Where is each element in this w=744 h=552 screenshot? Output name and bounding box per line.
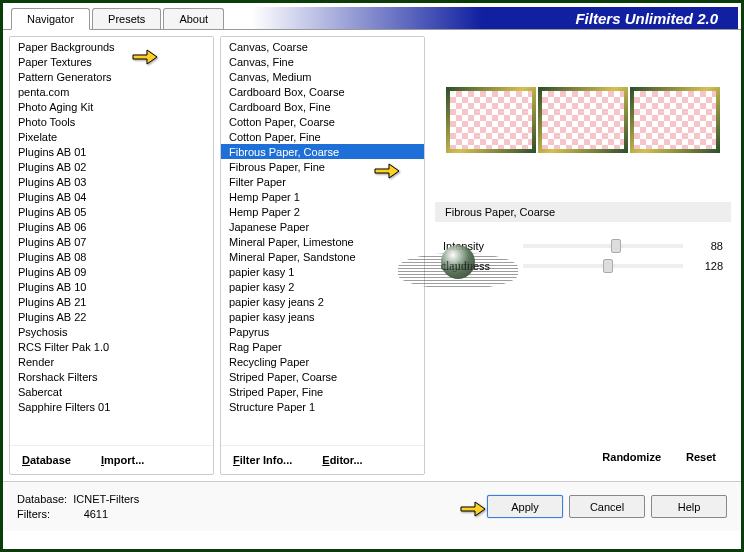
list-item[interactable]: Rag Paper	[221, 339, 424, 354]
list-item[interactable]: Papyrus	[221, 324, 424, 339]
param-slider[interactable]	[523, 264, 683, 268]
filter-listbox[interactable]: Canvas, CoarseCanvas, FineCanvas, Medium…	[221, 37, 424, 445]
param-value: 88	[683, 240, 723, 252]
list-item[interactable]: Japanese Paper	[221, 219, 424, 234]
db-label: Database:	[17, 493, 67, 505]
footer-bar: Database: ICNET-Filters Filters: 4611 Ap…	[3, 481, 741, 531]
list-item[interactable]: Paper Textures	[10, 54, 213, 69]
list-item[interactable]: Mineral Paper, Sandstone	[221, 249, 424, 264]
right-panel: Fibrous Paper, Coarse Intensity88Lightne…	[431, 36, 735, 475]
list-item[interactable]: Pixelate	[10, 129, 213, 144]
filters-count-label: Filters:	[17, 508, 50, 520]
header-bar: Navigator Presets About Filters Unlimite…	[3, 3, 741, 29]
list-item[interactable]: Filter Paper	[221, 174, 424, 189]
database-button[interactable]: Database	[22, 454, 71, 466]
list-item[interactable]: Sapphire Filters 01	[10, 399, 213, 414]
list-item[interactable]: Plugins AB 08	[10, 249, 213, 264]
list-item[interactable]: RCS Filter Pak 1.0	[10, 339, 213, 354]
list-item[interactable]: Photo Aging Kit	[10, 99, 213, 114]
list-item[interactable]: Plugins AB 05	[10, 204, 213, 219]
preview-area	[435, 40, 731, 200]
list-item[interactable]: Pattern Generators	[10, 69, 213, 84]
param-value: 128	[683, 260, 723, 272]
list-item[interactable]: Sabercat	[10, 384, 213, 399]
list-item[interactable]: Plugins AB 22	[10, 309, 213, 324]
filters-count-value: 4611	[84, 508, 108, 520]
apply-button[interactable]: Apply	[487, 495, 563, 518]
list-item[interactable]: Plugins AB 09	[10, 264, 213, 279]
tab-presets[interactable]: Presets	[92, 8, 161, 29]
param-label: Lightness	[443, 260, 523, 272]
preview-image	[446, 87, 720, 153]
list-item[interactable]: penta.com	[10, 84, 213, 99]
import-button[interactable]: Import...	[101, 454, 144, 466]
list-item[interactable]: Plugins AB 07	[10, 234, 213, 249]
randomize-button[interactable]: Randomize	[602, 451, 661, 463]
param-label: Intensity	[443, 240, 523, 252]
list-item[interactable]: Fibrous Paper, Fine	[221, 159, 424, 174]
list-item[interactable]: Cardboard Box, Fine	[221, 99, 424, 114]
preview-frame	[538, 87, 628, 153]
list-item[interactable]: Recycling Paper	[221, 354, 424, 369]
list-item[interactable]: Fibrous Paper, Coarse	[221, 144, 424, 159]
category-buttons: Database Import...	[10, 445, 213, 474]
list-item[interactable]: Striped Paper, Fine	[221, 384, 424, 399]
param-row: Lightness128	[443, 256, 723, 276]
filter-buttons: Filter Info... Editor...	[221, 445, 424, 474]
title-bar: Filters Unlimited 2.0	[226, 7, 738, 29]
param-slider[interactable]	[523, 244, 683, 248]
list-item[interactable]: Plugins AB 21	[10, 294, 213, 309]
list-item[interactable]: papier kasy 2	[221, 279, 424, 294]
list-item[interactable]: Canvas, Medium	[221, 69, 424, 84]
category-listbox[interactable]: Paper BackgroundsPaper TexturesPattern G…	[10, 37, 213, 445]
list-item[interactable]: Plugins AB 04	[10, 189, 213, 204]
right-button-row: Randomize Reset	[435, 443, 731, 471]
list-item[interactable]: papier kasy jeans 2	[221, 294, 424, 309]
list-item[interactable]: Plugins AB 10	[10, 279, 213, 294]
list-item[interactable]: Canvas, Coarse	[221, 39, 424, 54]
list-item[interactable]: Structure Paper 1	[221, 399, 424, 414]
list-item[interactable]: Cotton Paper, Coarse	[221, 114, 424, 129]
tab-navigator[interactable]: Navigator	[11, 8, 90, 30]
footer-buttons: Apply Cancel Help	[487, 495, 727, 518]
list-item[interactable]: Photo Tools	[10, 114, 213, 129]
list-item[interactable]: Plugins AB 03	[10, 174, 213, 189]
filter-panel: Canvas, CoarseCanvas, FineCanvas, Medium…	[220, 36, 425, 475]
param-row: Intensity88	[443, 236, 723, 256]
tab-about[interactable]: About	[163, 8, 224, 29]
list-item[interactable]: Psychosis	[10, 324, 213, 339]
db-value: ICNET-Filters	[73, 493, 139, 505]
reset-button[interactable]: Reset	[686, 451, 716, 463]
footer-info: Database: ICNET-Filters Filters: 4611	[17, 492, 487, 522]
list-item[interactable]: papier kasy 1	[221, 264, 424, 279]
list-item[interactable]: Striped Paper, Coarse	[221, 369, 424, 384]
current-filter-label: Fibrous Paper, Coarse	[435, 202, 731, 222]
cancel-button[interactable]: Cancel	[569, 495, 645, 518]
category-panel: Paper BackgroundsPaper TexturesPattern G…	[9, 36, 214, 475]
preview-frame	[446, 87, 536, 153]
list-item[interactable]: Cotton Paper, Fine	[221, 129, 424, 144]
list-item[interactable]: Paper Backgrounds	[10, 39, 213, 54]
list-item[interactable]: Cardboard Box, Coarse	[221, 84, 424, 99]
list-item[interactable]: Render	[10, 354, 213, 369]
help-button[interactable]: Help	[651, 495, 727, 518]
list-item[interactable]: Plugins AB 02	[10, 159, 213, 174]
tab-strip: Navigator Presets About	[11, 8, 226, 29]
list-item[interactable]: papier kasy jeans	[221, 309, 424, 324]
list-item[interactable]: Canvas, Fine	[221, 54, 424, 69]
list-item[interactable]: Hemp Paper 2	[221, 204, 424, 219]
list-item[interactable]: Hemp Paper 1	[221, 189, 424, 204]
main-panel: Paper BackgroundsPaper TexturesPattern G…	[3, 29, 741, 481]
list-item[interactable]: Plugins AB 06	[10, 219, 213, 234]
list-item[interactable]: Mineral Paper, Limestone	[221, 234, 424, 249]
list-item[interactable]: Plugins AB 01	[10, 144, 213, 159]
preview-frame	[630, 87, 720, 153]
app-title: Filters Unlimited 2.0	[575, 10, 718, 27]
filter-info-button[interactable]: Filter Info...	[233, 454, 292, 466]
parameters-panel: Intensity88Lightness128	[435, 232, 731, 280]
editor-button[interactable]: Editor...	[322, 454, 362, 466]
list-item[interactable]: Rorshack Filters	[10, 369, 213, 384]
